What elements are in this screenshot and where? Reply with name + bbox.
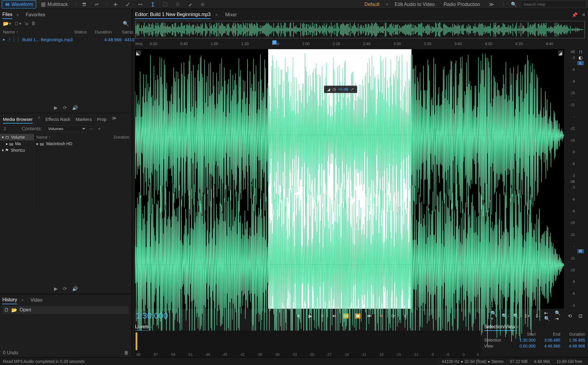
mixer-tab[interactable]: Mixer [225,11,237,19]
wave-file-icon: ⋮⋮⋮ [7,37,20,42]
db-scale: dB -3-6-9-15-21--21-15-9-6-3 dB -3-6-9-1… [564,49,576,309]
files-col-duration[interactable]: Duration [95,29,122,34]
editor-area: Editor: Build 1 New Beginnings.mp3 ≡ Mix… [132,9,588,357]
ruler-tick: 4:40 [546,41,553,46]
media-tree: ▾ 🗀 Volume ▸ 🖴 Ma ▾ ⚑ Shortcu [0,134,34,209]
levels-tick: -21 [361,353,366,357]
media-contents-dropdown[interactable]: Volumes [45,125,86,132]
open-file-icon[interactable]: 📂▾ [3,21,11,26]
media-list-name-hdr[interactable]: Name ↑ [36,135,114,140]
svg-rect-4 [9,4,9,5]
tab-media-browser[interactable]: Media Browser [3,116,33,124]
files-autoplay-icon[interactable]: 🔊 [72,105,78,111]
files-col-sample[interactable]: Samp [122,29,133,34]
clock-icon[interactable]: ◷ [333,87,336,92]
playhead[interactable] [272,40,276,44]
history-panel-menu-icon[interactable]: ≡ [21,298,23,302]
media-add-icon[interactable]: ＋ [97,126,102,132]
levels-meter[interactable]: dB-57-54-51-48-45-42-39-36-33-30-27-24-2… [135,331,480,357]
tab-files[interactable]: Files [2,11,12,19]
selview-sel-dur[interactable]: 1:36.485 [564,338,585,342]
media-import-icon[interactable]: ⇩ [3,126,7,132]
editor-tab[interactable]: Editor: Build 1 New Beginnings.mp3 [135,11,211,19]
files-row[interactable]: ▸⋮⋮⋮Build 1... Beginnings.mp3 4:48.966 4… [0,36,132,43]
workspace-radio-button[interactable]: Radio Production [441,1,482,8]
fadeout-handle[interactable]: ◢ [558,50,563,55]
media-panel-menu-icon[interactable]: ≡ [38,116,40,124]
tree-volumes[interactable]: ▾ 🗀 Volume [0,134,34,140]
mode-waveform-label: Waveform [12,2,33,7]
levels-tick: -54 [170,353,175,357]
channel-L-button[interactable]: L [577,61,584,65]
tool-spectral-pitch-button[interactable] [91,1,102,8]
db-tick: -9 [572,79,575,84]
media-back-icon[interactable]: ← [89,126,94,132]
workspace-overflow-button[interactable]: ≫ [487,0,496,8]
fade-icon[interactable]: ◢ [327,87,330,92]
zoom-full-button[interactable]: ⟲ [565,312,574,320]
magnet-icon[interactable]: ⊓ [579,49,582,55]
media-autoplay-icon[interactable]: 🔊 [72,286,78,292]
tab-favorites[interactable]: Favorites [26,11,45,19]
tab-history[interactable]: History [2,296,17,304]
tabs-overflow-icon[interactable]: ≫ [112,116,117,124]
tool-marquee-button[interactable] [160,1,171,8]
new-file-icon[interactable]: 🗋▾ [14,21,21,26]
files-col-name[interactable]: Name ↑ [3,29,74,34]
overview-waveform[interactable] [135,21,585,39]
tool-spot-heal-button[interactable] [197,1,208,8]
editor-menu-icon[interactable]: ≡ [582,12,585,17]
ruler-tick: 3:00 [393,41,401,46]
pin-icon[interactable]: 📌 [572,12,578,18]
close-file-icon[interactable]: 🗑 [31,21,36,26]
mode-multitrack-button[interactable]: Multitrack [38,1,71,8]
ruler-tick: 2:40 [363,41,371,46]
mode-waveform-button[interactable]: Waveform [2,0,36,9]
zoom-selection-button[interactable]: ⊡ [576,312,584,320]
workspace-edit-av-button[interactable]: Edit Audio to Video [392,1,437,8]
tool-slip-button[interactable] [135,1,146,8]
preroll-icon[interactable]: ◐ [579,55,583,60]
tab-effects-rack[interactable]: Effects Rack [45,116,70,124]
files-loop-icon[interactable]: ⟳ [63,105,67,111]
history-trash-icon[interactable]: 🗑 [124,350,129,356]
expand-icon[interactable]: ▸ [3,37,5,42]
tool-move-button[interactable] [110,1,121,8]
hud-volume[interactable]: ◢ ◷ +0 dB ⤢ [324,86,357,93]
waveform-display[interactable]: ◢ ◷ +0 dB ⤢ ◣ ◢ [135,49,564,309]
channel-R-button[interactable]: R [577,249,584,253]
tool-lasso-button[interactable] [172,1,183,8]
media-list-dur-hdr[interactable]: Duration [114,135,129,140]
left-sidebar: Files ≡ Favorites 📂▾ 🗋▾ ⇲ 🗑 🔍 Name ↑ Sta… [0,9,132,357]
fadein-handle[interactable]: ◣ [136,50,141,55]
tree-shortcuts[interactable]: ▾ ⚑ Shortcu [0,147,34,153]
db-tick: -3 [572,56,575,60]
ruler-tick: 2:20 [333,41,340,46]
tab-video[interactable]: Video [31,296,43,304]
tree-ma[interactable]: ▸ 🖴 Ma [0,140,34,147]
insert-file-icon[interactable]: ⇲ [24,21,28,26]
levels-tick: -3 [461,353,465,357]
search-help-input[interactable] [521,1,586,8]
workspace-default-button[interactable]: Default [362,1,382,8]
search-files-icon[interactable]: 🔍 [123,21,129,26]
editor-tab-menu-icon[interactable]: ≡ [215,13,217,17]
files-panel-menu-icon[interactable]: ≡ [17,13,19,17]
history-item-open[interactable]: 🗋 📂 Open [3,306,129,314]
tool-spectral-freq-button[interactable] [79,1,90,8]
expand-icon[interactable]: ⤢ [351,87,354,92]
files-play-icon[interactable]: ▶ [54,105,58,111]
tab-markers[interactable]: Markers [76,116,92,124]
tool-brush-button[interactable] [185,1,196,8]
selview-view-dur[interactable]: 4:48.966 [564,344,585,348]
timeline-ruler[interactable]: hms 0:200:401:001:201:402:002:202:403:00… [135,40,585,49]
workspace-menu-icon[interactable]: ≡ [386,2,388,7]
files-col-status[interactable]: Status [74,29,95,34]
tool-time-select-button[interactable] [147,1,158,8]
media-list-item[interactable]: ▸ 🖴 Macintosh HD [34,140,132,147]
media-loop-icon[interactable]: ⟳ [63,286,67,292]
db-tick: -3 [572,185,575,190]
tab-properties[interactable]: Prop [97,116,107,124]
tool-razor-button[interactable] [123,1,133,8]
media-play-icon[interactable]: ▶ [54,286,58,292]
